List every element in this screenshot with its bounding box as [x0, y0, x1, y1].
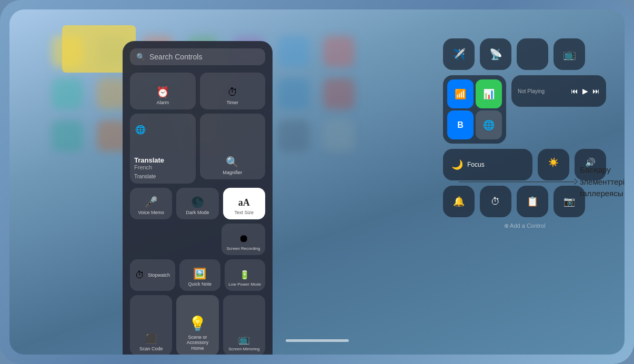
screen-mirroring-label: Screen Mirroring: [228, 347, 259, 352]
search-bar[interactable]: 🔍 Search Controls: [130, 48, 265, 65]
search-controls-panel: 🔍 Search Controls ⏰ Alarm ⏱ Timer: [123, 41, 273, 355]
more-connectivity-tile[interactable]: 🌐: [476, 110, 502, 139]
text-size-icon: aA: [238, 197, 250, 208]
voice-memo-tile[interactable]: 🎤 Voice Memo: [130, 188, 172, 219]
ipad-frame: 🔍 Search Controls ⏰ Alarm ⏱ Timer: [0, 0, 634, 364]
quick-note-tile[interactable]: 🖼️ Quick Note: [179, 259, 220, 291]
scene-accessory-tile[interactable]: 💡 Scene or Accessory Home: [176, 295, 218, 355]
stopwatch-tile[interactable]: ⏱ Stopwatch: [130, 259, 175, 291]
quick-note-label: Quick Note: [188, 281, 212, 287]
quick-note-icon: 🖼️: [193, 268, 206, 279]
cellular-icon: 📊: [483, 88, 495, 100]
scan-code-label: Scan Code: [139, 346, 163, 352]
timer-icon: ⏱: [227, 87, 238, 97]
dark-mode-tile[interactable]: 🌑 Dark Mode: [176, 188, 218, 219]
hotspot-icon: 📡: [489, 48, 502, 60]
scene-accessory-icon: 💡: [188, 315, 207, 332]
empty-tile-1: [517, 38, 548, 70]
more-icon: 🌐: [483, 119, 495, 131]
hotspot-tile[interactable]: 📡: [480, 38, 511, 70]
prev-button[interactable]: ⏮: [571, 87, 578, 95]
control-center: ✈️ 📡 📺 📶 📊: [443, 38, 606, 229]
airplane-icon: ✈️: [452, 48, 466, 60]
airplay-icon: 📺: [563, 48, 576, 60]
scan-code-tile[interactable]: ⬛ Scan Code: [130, 295, 172, 355]
magnifier-icon: 🔍: [226, 157, 239, 167]
screen-mirroring-icon: 📺: [238, 333, 250, 345]
text-size-label: Text Size: [235, 210, 254, 216]
connectivity-tile: 📶 📊 B 🌐: [443, 75, 506, 144]
next-button[interactable]: ⏭: [592, 87, 600, 95]
wifi-tile[interactable]: 📶: [447, 79, 474, 108]
translate-icon: 🌐: [134, 120, 192, 140]
search-icon: 🔍: [136, 53, 145, 61]
annotation-line3: галлереясы: [580, 188, 625, 200]
voice-memo-icon: 🎤: [145, 197, 158, 207]
stopwatch-icon: ⏱: [135, 270, 145, 281]
airplay-tile[interactable]: 📺: [554, 38, 585, 70]
translate-bottom: Translate: [134, 174, 192, 179]
scene-accessory-label: Scene or Accessory: [179, 335, 215, 346]
magnifier-label: Magnifier: [223, 170, 242, 176]
dark-mode-label: Dark Mode: [186, 210, 209, 216]
voice-memo-label: Voice Memo: [138, 210, 164, 216]
magnifier-tile[interactable]: 🔍 Magnifier: [200, 114, 266, 179]
now-playing-label: Not Playing: [518, 88, 567, 94]
add-control-text: ⊕ Add a Control: [504, 223, 546, 229]
annotation-line2: элементтері: [580, 176, 625, 188]
screen-recording-icon: ⏺: [238, 233, 249, 244]
translate-tile[interactable]: 🌐 Translate French Translate: [130, 114, 196, 184]
alarm-tile[interactable]: ⏰ Alarm: [130, 73, 196, 109]
alarm-icon: ⏰: [156, 87, 169, 97]
low-power-icon: 🔋: [239, 271, 250, 279]
low-power-label: Low Power Mode: [228, 282, 261, 287]
cc-row-2: 📶 📊 B 🌐 Not Playing: [443, 75, 606, 144]
timer-label: Timer: [226, 100, 238, 106]
home-bar: [286, 339, 349, 342]
low-power-tile[interactable]: 🔋 Low Power Mode: [225, 259, 265, 291]
search-placeholder: Search Controls: [149, 53, 202, 61]
scan-code-icon: ⬛: [145, 333, 157, 345]
wifi-icon: 📶: [455, 88, 466, 100]
screen-recording-label: Screen Recording: [226, 246, 260, 251]
dark-mode-icon: 🌑: [191, 197, 204, 207]
scene-home-label: Home: [191, 346, 204, 351]
playback-controls: ⏮ ▶ ⏭: [571, 87, 600, 95]
play-button[interactable]: ▶: [582, 87, 588, 95]
ipad-screen: 🔍 Search Controls ⏰ Alarm ⏱ Timer: [9, 9, 625, 355]
timer-tile[interactable]: ⏱ Timer: [200, 73, 266, 109]
cellular-tile[interactable]: 📊: [476, 79, 502, 108]
airplane-tile[interactable]: ✈️: [443, 38, 475, 70]
text-size-tile[interactable]: aA Text Size: [223, 188, 265, 219]
screen-recording-tile[interactable]: ⏺ Screen Recording: [222, 224, 265, 255]
screen-mirroring-tile[interactable]: 📺 Screen Mirroring: [223, 295, 265, 355]
annotation-line1: Басқару: [580, 164, 625, 176]
translate-sublabel: French: [134, 164, 192, 170]
bluetooth-tile[interactable]: B: [447, 110, 474, 139]
cc-row-1: ✈️ 📡 📺: [443, 38, 606, 70]
svg-text:🌐: 🌐: [135, 125, 146, 135]
stopwatch-label: Stopwatch: [148, 272, 170, 278]
annotation: Басқару элементтері галлереясы: [459, 164, 625, 200]
controls-body: ⏰ Alarm ⏱ Timer 🌐: [130, 73, 265, 355]
alarm-label: Alarm: [156, 100, 169, 106]
bluetooth-icon: B: [457, 120, 464, 130]
now-playing-tile[interactable]: Not Playing ⏮ ▶ ⏭: [511, 75, 606, 107]
add-control[interactable]: ⊕ Add a Control: [443, 223, 606, 229]
translate-title: Translate: [134, 156, 192, 164]
